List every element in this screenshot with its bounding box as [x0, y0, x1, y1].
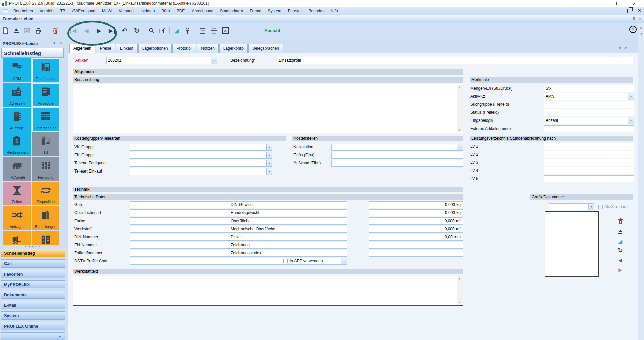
menu-versand[interactable]: Versand — [116, 7, 137, 15]
tile-crm[interactable]: CRM — [3, 58, 31, 82]
tab-lagerkonto[interactable]: Lagerkonto — [219, 44, 248, 53]
tab-scroll-left-icon[interactable]: ◀ — [618, 46, 621, 49]
grafik-delete-icon[interactable] — [616, 217, 625, 225]
new-document-icon[interactable] — [1, 23, 10, 38]
tile-tb[interactable]: TB — [32, 132, 59, 156]
restore-child-icon[interactable] — [627, 9, 632, 13]
din-gewicht-input[interactable]: 0,000 kg — [369, 201, 463, 208]
textarea-scrollbar[interactable]: ∧ ∨ — [457, 85, 463, 132]
pin-icon[interactable] — [632, 17, 636, 21]
delete-icon[interactable] — [50, 23, 60, 38]
tab-allgemein[interactable]: Allgemein — [69, 44, 95, 53]
mengen-eh-input[interactable]: Stk — [544, 85, 634, 92]
grafik-refresh-icon[interactable]: ↻ — [616, 246, 625, 254]
eingabelogik-combo[interactable]: Anzahl▾ — [544, 117, 634, 124]
menu-tb[interactable]: TB — [57, 7, 68, 15]
menu-buero[interactable]: Büro — [158, 7, 173, 15]
dropdown-arrow-icon[interactable]: ▾ — [266, 168, 272, 175]
zeichnung-input[interactable] — [369, 242, 463, 249]
zeichnungsindex-input[interactable] — [369, 250, 463, 257]
menu-vertrieb[interactable]: Vertrieb — [36, 7, 57, 15]
undo-icon[interactable]: ↶ — [119, 23, 129, 38]
tile-zeiten[interactable]: Zeiten — [3, 182, 31, 205]
dropdown-arrow-icon[interactable]: ▾ — [266, 144, 272, 151]
scroll-down-icon[interactable]: ∨ — [639, 31, 643, 36]
accordion-schnelleinstieg[interactable]: Schnelleinstieg — [1, 249, 65, 257]
dropdown-arrow-icon[interactable]: ▾ — [457, 144, 463, 151]
tile-calculator[interactable] — [32, 231, 59, 245]
tile-anfragen[interactable]: Anfragen — [3, 206, 31, 230]
grafik-previous-icon[interactable]: ◀ — [616, 256, 625, 264]
close-panel-icon[interactable]: × — [639, 16, 641, 21]
als-standard-checkbox[interactable] — [598, 205, 603, 209]
menu-beenden[interactable]: Beenden — [305, 7, 328, 15]
accordion-dokumente[interactable]: Dokumente — [1, 291, 65, 299]
vk-gruppe-combo[interactable]: ▾ — [130, 144, 272, 151]
grafik-combo[interactable]: ▾ — [549, 203, 594, 210]
dropdown-arrow-icon[interactable]: ▾ — [628, 117, 634, 124]
lv5-input[interactable] — [544, 175, 634, 182]
accordion-overflow[interactable]: ▾ — [1, 332, 65, 340]
close-button[interactable]: × — [629, 0, 640, 7]
grafik-next-icon[interactable]: ▶ — [616, 266, 625, 274]
tab-einkauf[interactable]: Einkauf — [116, 44, 138, 53]
close-panel-icon[interactable]: × — [59, 40, 62, 45]
mechanische-oberflaeche-input[interactable]: 0,000 m² — [369, 226, 463, 233]
minimize-button[interactable]: — — [596, 0, 608, 7]
approve-checkbox-icon[interactable] — [23, 23, 32, 38]
sidebar-splitter[interactable]: • • • • • — [0, 245, 66, 249]
bezeichnung-input[interactable]: Einsatzprofil — [277, 57, 633, 64]
aktiv-kz-combo[interactable]: Aktiv▾ — [544, 93, 634, 100]
accordion-myproflex[interactable]: MyPROFLEX — [1, 280, 65, 288]
tab-preise[interactable]: Preise — [96, 44, 115, 53]
handelsgewicht-input[interactable]: 0,000 kg — [369, 209, 463, 216]
scroll-down-icon[interactable]: ∨ — [457, 300, 462, 305]
menu-bde[interactable]: BDE — [173, 7, 189, 15]
menu-info[interactable]: Info — [328, 7, 341, 15]
close-form-icon[interactable]: ✕ — [221, 23, 230, 38]
tile-ta-abrufe[interactable]: TA/Abrufe — [3, 157, 31, 181]
dropdown-arrow-icon[interactable]: ▾ — [266, 160, 272, 167]
ansicht-label[interactable]: Ansicht — [264, 23, 280, 38]
form-scrollbar[interactable]: ∧ ∨ — [638, 23, 644, 340]
dropdown-arrow-icon[interactable]: ▾ — [211, 57, 217, 64]
restore-button[interactable] — [612, 0, 624, 7]
tile-angebote[interactable]: Angebote — [32, 83, 59, 107]
lv1-input[interactable] — [544, 143, 634, 150]
pin-icon[interactable] — [52, 42, 56, 46]
tab-scroll-right-icon[interactable]: ▶ — [625, 46, 627, 49]
lv3-input[interactable] — [544, 159, 634, 166]
werkstatttext-textarea[interactable]: ∧ ∨ — [73, 276, 463, 306]
teileart-fertigung-combo[interactable]: ▾ — [130, 160, 272, 167]
menu-mawi[interactable]: MaWi — [99, 7, 116, 15]
menu-fremd[interactable]: Fremd — [246, 7, 265, 15]
aufwand-fibu-input[interactable] — [331, 160, 463, 167]
dicke-input[interactable]: 0,00 mm — [369, 234, 463, 241]
scroll-up-icon[interactable]: ∧ — [457, 85, 462, 90]
accordion-proflex-online[interactable]: PROFLEX Online — [1, 322, 65, 330]
nav-last-icon[interactable]: ▶ — [107, 23, 117, 38]
scroll-up-icon[interactable]: ∧ — [639, 25, 643, 30]
menu-bearbeiten[interactable]: Bearbeiten — [10, 7, 36, 15]
accordion-call[interactable]: Call — [1, 259, 65, 268]
menu-fenster[interactable]: Fenster — [285, 7, 305, 15]
print-icon[interactable] — [34, 23, 42, 38]
teileart-einkauf-combo[interactable]: ▾ — [130, 168, 272, 175]
tab-notizen[interactable]: Notizen — [197, 44, 219, 53]
triangle-tool-icon[interactable]: ◢ — [172, 23, 182, 38]
artikel-value[interactable]: 203201 — [106, 57, 211, 64]
help-icon[interactable]: ? — [629, 26, 637, 33]
pin-marker-icon[interactable] — [183, 23, 192, 38]
beschreibung-textarea[interactable]: ∧ ∨ — [73, 84, 463, 133]
nav-first-icon[interactable]: ◀ — [68, 23, 78, 38]
dropdown-arrow-icon[interactable]: ▾ — [266, 152, 272, 159]
menu-av-fertigung[interactable]: AV/Fertigung — [69, 7, 99, 15]
tile-fertigung[interactable]: Fertigung — [32, 157, 59, 181]
grafik-eject-icon[interactable] — [616, 228, 625, 236]
scroll-down-icon[interactable]: ∨ — [457, 127, 462, 132]
oberflaeche-input[interactable]: 0,000 m² — [369, 217, 463, 225]
lv4-input[interactable] — [544, 167, 634, 174]
tile-auftraege[interactable]: Aufträge — [3, 108, 31, 132]
refresh-icon[interactable]: ↻ — [131, 23, 142, 38]
status-freifeld-input[interactable] — [544, 109, 634, 116]
